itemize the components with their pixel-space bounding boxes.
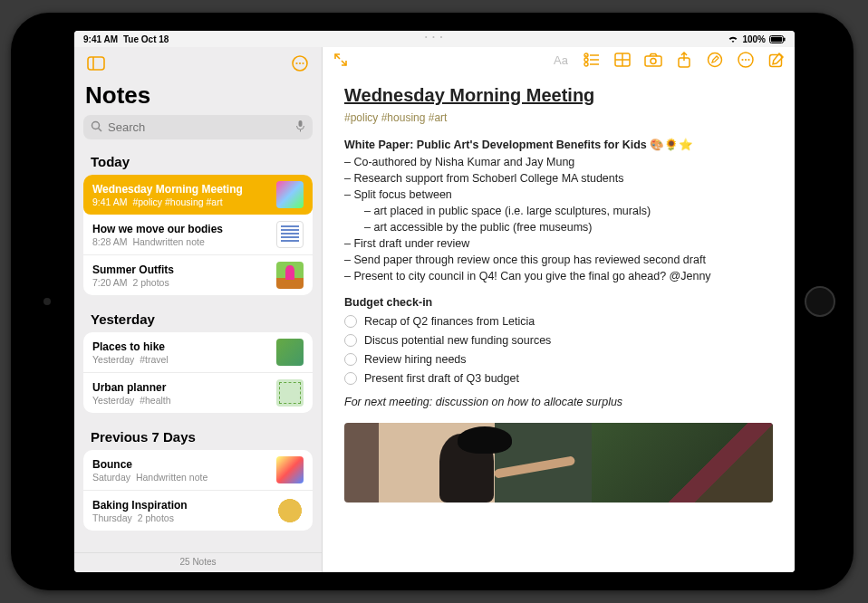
body-line: – Co-authored by Nisha Kumar and Jay Mun…: [344, 154, 773, 170]
note-meta: 8:28 AM Handwritten note: [92, 236, 269, 247]
section-heading: White Paper: Public Art's Development Be…: [344, 137, 773, 153]
checkbox-icon[interactable]: [344, 315, 357, 328]
sidebar: Notes Today Wed: [74, 47, 323, 572]
note-thumb: [276, 221, 304, 248]
checklist-icon[interactable]: [583, 51, 601, 69]
note-title: Bounce: [92, 458, 269, 471]
svg-rect-21: [645, 56, 661, 66]
note-meta: 9:41 AM #policy #housing #art: [92, 196, 269, 207]
svg-point-9: [92, 121, 100, 129]
body-line: – art accessible by the public (free mus…: [364, 219, 773, 235]
search-input[interactable]: [108, 120, 290, 134]
markup-icon[interactable]: [706, 51, 724, 69]
checklist-item[interactable]: Discus potential new funding sources: [344, 332, 773, 349]
svg-rect-2: [784, 37, 786, 41]
body-line: For next meeting: discussion on how to a…: [344, 394, 773, 410]
section-heading-prev7: Previous 7 Days: [74, 422, 322, 450]
note-meta: Yesterday #travel: [92, 354, 269, 365]
body-line: – Research support from Schoberl College…: [344, 170, 773, 187]
svg-point-7: [299, 62, 301, 64]
share-icon[interactable]: [675, 51, 693, 69]
checklist-item[interactable]: Review hiring needs: [344, 351, 773, 368]
svg-point-16: [584, 62, 588, 66]
svg-point-6: [295, 62, 297, 64]
note-meta: 7:20 AM 2 photos: [92, 277, 269, 288]
note-tags[interactable]: #policy #housing #art: [344, 110, 773, 126]
note-title: Places to hike: [92, 340, 269, 353]
notes-count-footer: 25 Notes: [74, 552, 322, 572]
multitask-dots[interactable]: • • •: [425, 34, 444, 40]
checklist-item[interactable]: Recap of Q2 finances from Leticia: [344, 313, 773, 330]
note-heading: Wednesday Morning Meeting: [344, 82, 773, 109]
body-line: – Split focus between: [344, 187, 773, 203]
status-date: Tue Oct 18: [123, 34, 169, 44]
compose-icon[interactable]: [767, 51, 786, 69]
note-item[interactable]: Baking Inspiration Thursday 2 photos: [83, 491, 313, 531]
body-line: – First draft under review: [344, 235, 773, 252]
checkbox-icon[interactable]: [344, 353, 357, 366]
note-item[interactable]: Summer Outfits 7:20 AM 2 photos: [83, 255, 313, 295]
note-meta: Saturday Handwritten note: [92, 472, 269, 483]
home-button[interactable]: [805, 286, 835, 317]
checkbox-icon[interactable]: [344, 334, 357, 347]
body-line: – Send paper through review once this gr…: [344, 252, 773, 268]
checklist-item[interactable]: Present first draft of Q3 budget: [344, 370, 773, 387]
body-line: – art placed in public space (i.e. large…: [364, 203, 773, 219]
sidebar-toggle-icon[interactable]: [85, 53, 107, 74]
status-time: 9:41 AM: [83, 34, 118, 44]
note-title: How we move our bodies: [92, 223, 269, 235]
svg-rect-11: [299, 120, 303, 127]
section-heading-yesterday: Yesterday: [74, 304, 322, 332]
editor-toolbar: Aa: [323, 47, 795, 75]
more-icon[interactable]: [289, 53, 311, 74]
note-thumb: [276, 379, 304, 407]
table-icon[interactable]: [613, 51, 632, 69]
camera-icon[interactable]: [644, 51, 662, 69]
notes-app: Notes Today Wed: [74, 47, 795, 572]
svg-point-27: [745, 59, 747, 61]
note-title: Wednesday Morning Meeting: [92, 183, 269, 196]
svg-rect-1: [771, 36, 782, 41]
note-list-prev7: Bounce Saturday Handwritten note Baking …: [83, 450, 313, 531]
note-item[interactable]: Places to hike Yesterday #travel: [83, 332, 313, 373]
sidebar-title: Notes: [74, 80, 322, 115]
svg-point-8: [302, 62, 304, 64]
note-list-today: Wednesday Morning Meeting 9:41 AM #polic…: [83, 175, 313, 295]
note-body[interactable]: Wednesday Morning Meeting #policy #housi…: [323, 75, 795, 572]
notes-scroll[interactable]: Today Wednesday Morning Meeting 9:41 AM …: [74, 147, 322, 552]
svg-rect-3: [88, 57, 104, 70]
search-field[interactable]: [83, 115, 313, 139]
text-format-icon[interactable]: Aa: [552, 51, 570, 69]
note-editor: Aa Wednesday Morning Meeting #policy: [323, 47, 795, 572]
screen: • • • 9:41 AM Tue Oct 18 100%: [74, 31, 795, 572]
embedded-photo[interactable]: [344, 423, 773, 502]
note-thumb: [276, 262, 304, 289]
section-heading: Budget check-in: [344, 294, 773, 311]
note-item[interactable]: How we move our bodies 8:28 AM Handwritt…: [83, 215, 313, 255]
mic-icon[interactable]: [295, 120, 305, 135]
svg-point-26: [741, 59, 743, 61]
svg-line-10: [99, 128, 102, 131]
svg-point-28: [747, 59, 749, 61]
front-camera: [43, 298, 51, 305]
body-line: – Present to city council in Q4! Can you…: [344, 268, 773, 284]
note-item[interactable]: Urban planner Yesterday #health: [83, 373, 313, 413]
note-title: Baking Inspiration: [92, 499, 269, 512]
expand-icon[interactable]: [332, 51, 350, 69]
note-title: Urban planner: [92, 381, 269, 394]
battery-icon: [769, 35, 786, 43]
svg-point-24: [709, 53, 722, 67]
more-options-icon[interactable]: [737, 51, 755, 69]
note-thumb: [276, 456, 304, 483]
ipad-frame: • • • 9:41 AM Tue Oct 18 100%: [11, 13, 854, 590]
note-item[interactable]: Wednesday Morning Meeting 9:41 AM #polic…: [83, 175, 313, 215]
note-item[interactable]: Bounce Saturday Handwritten note: [83, 450, 313, 491]
note-list-yesterday: Places to hike Yesterday #travel Urban p…: [83, 332, 313, 413]
note-thumb: [276, 497, 304, 524]
note-thumb: [276, 339, 304, 366]
battery-pct: 100%: [742, 34, 766, 44]
section-heading-today: Today: [74, 147, 322, 175]
note-meta: Yesterday #health: [92, 395, 269, 406]
checkbox-icon[interactable]: [344, 372, 357, 385]
svg-point-22: [651, 59, 656, 64]
